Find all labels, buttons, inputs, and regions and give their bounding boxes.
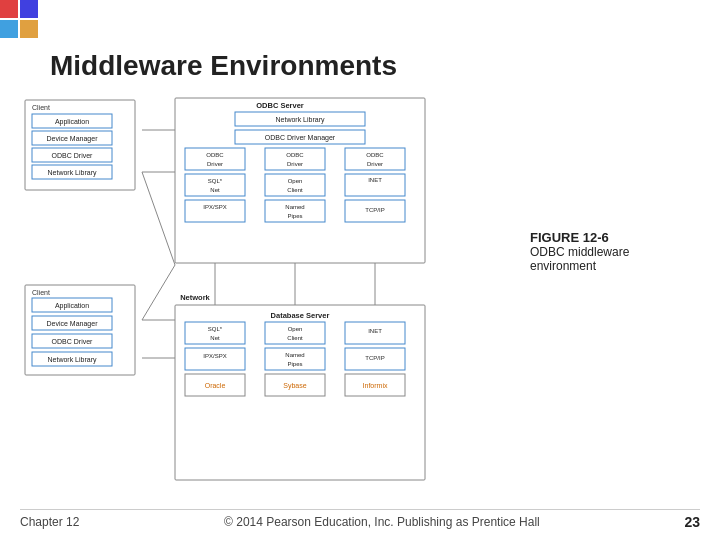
- svg-text:Net: Net: [210, 335, 220, 341]
- svg-text:Database Server: Database Server: [271, 311, 330, 320]
- svg-rect-2: [0, 20, 18, 38]
- diagram-area: text { font-family: Arial, sans-serif; }…: [20, 90, 700, 509]
- svg-text:Client: Client: [287, 187, 303, 193]
- svg-text:ODBC: ODBC: [366, 152, 384, 158]
- svg-text:Network Library: Network Library: [275, 116, 325, 124]
- page-number: 23: [684, 514, 700, 530]
- svg-text:Application: Application: [55, 118, 89, 126]
- svg-line-60: [142, 265, 175, 320]
- figure-caption: FIGURE 12-6 ODBC middleware environment: [530, 230, 690, 273]
- svg-text:Client: Client: [32, 104, 50, 111]
- svg-text:ODBC Driver Manager: ODBC Driver Manager: [265, 134, 336, 142]
- svg-text:IPX/SPX: IPX/SPX: [203, 353, 226, 359]
- svg-text:Named: Named: [285, 204, 304, 210]
- svg-text:Informix: Informix: [363, 382, 388, 389]
- svg-text:Pipes: Pipes: [287, 361, 302, 367]
- svg-text:Open: Open: [288, 178, 303, 184]
- svg-text:Network Library: Network Library: [47, 169, 97, 177]
- svg-text:Pipes: Pipes: [287, 213, 302, 219]
- svg-text:Named: Named: [285, 352, 304, 358]
- svg-text:Sybase: Sybase: [283, 382, 306, 390]
- svg-text:TCP/IP: TCP/IP: [365, 207, 384, 213]
- svg-text:ODBC: ODBC: [286, 152, 304, 158]
- svg-text:INET: INET: [368, 177, 382, 183]
- svg-rect-0: [0, 0, 18, 18]
- corner-decoration: [0, 0, 40, 40]
- figure-label: FIGURE 12-6: [530, 230, 690, 245]
- svg-text:SQL*: SQL*: [208, 326, 223, 332]
- svg-text:SQL*: SQL*: [208, 178, 223, 184]
- svg-text:Oracle: Oracle: [205, 382, 226, 389]
- figure-description: ODBC middleware environment: [530, 245, 690, 273]
- svg-text:Driver: Driver: [207, 161, 223, 167]
- svg-text:Driver: Driver: [287, 161, 303, 167]
- svg-text:Open: Open: [288, 326, 303, 332]
- svg-text:Driver: Driver: [367, 161, 383, 167]
- svg-text:Network Library: Network Library: [47, 356, 97, 364]
- svg-text:Client: Client: [287, 335, 303, 341]
- copyright-text: © 2014 Pearson Education, Inc. Publishin…: [224, 515, 540, 529]
- svg-rect-3: [20, 20, 38, 38]
- svg-text:ODBC Driver: ODBC Driver: [52, 338, 94, 345]
- svg-text:ODBC Driver: ODBC Driver: [52, 152, 94, 159]
- svg-text:TCP/IP: TCP/IP: [365, 355, 384, 361]
- svg-text:IPX/SPX: IPX/SPX: [203, 204, 226, 210]
- svg-text:Client: Client: [32, 289, 50, 296]
- svg-text:Device Manager: Device Manager: [47, 135, 99, 143]
- footer: Chapter 12 © 2014 Pearson Education, Inc…: [20, 509, 700, 530]
- svg-rect-1: [20, 0, 38, 18]
- svg-text:Net: Net: [210, 187, 220, 193]
- svg-text:ODBC: ODBC: [206, 152, 224, 158]
- page: Middleware Environments text { font-fami…: [0, 0, 720, 540]
- main-content: text { font-family: Arial, sans-serif; }…: [20, 90, 700, 509]
- svg-text:Network: Network: [180, 293, 210, 302]
- page-title: Middleware Environments: [50, 50, 700, 82]
- svg-text:Device Manager: Device Manager: [47, 320, 99, 328]
- svg-text:ODBC Server: ODBC Server: [256, 101, 304, 110]
- svg-text:Application: Application: [55, 302, 89, 310]
- svg-line-59: [142, 172, 175, 265]
- svg-text:INET: INET: [368, 328, 382, 334]
- svg-rect-71: [185, 348, 245, 370]
- diagram-svg: text { font-family: Arial, sans-serif; }…: [20, 90, 540, 510]
- chapter-label: Chapter 12: [20, 515, 79, 529]
